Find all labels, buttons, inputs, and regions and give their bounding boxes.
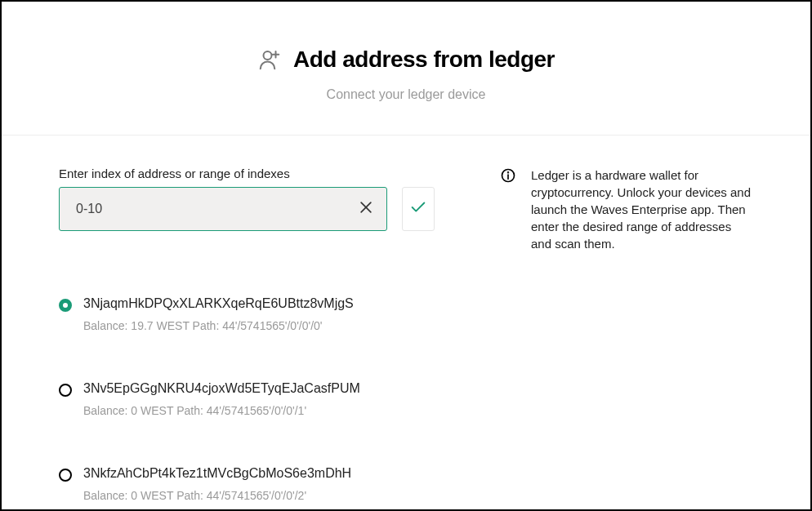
input-wrap [59,187,387,231]
info-row: Ledger is a hardware wallet for cryptocu… [500,167,753,252]
address-text: 3NkfzAhCbPt4kTez1tMVcBgCbMoS6e3mDhH [83,466,351,481]
user-plus-icon [257,47,282,72]
address-body: 3NkfzAhCbPt4kTez1tMVcBgCbMoS6e3mDhH Bala… [83,466,351,502]
check-icon [409,198,427,220]
right-column: Ledger is a hardware wallet for cryptocu… [500,167,753,511]
page-title: Add address from ledger [293,47,555,73]
info-text: Ledger is a hardware wallet for cryptocu… [531,167,753,252]
address-body: 3Nv5EpGGgNKRU4cjoxWd5ETyqEJaCasfPUM Bala… [83,381,360,417]
address-radio[interactable] [59,299,72,312]
header-title-row: Add address from ledger [2,47,810,73]
address-text: 3NjaqmHkDPQxXLARKXqeRqE6UBttz8vMjgS [83,296,354,311]
address-meta: Balance: 0 WEST Path: 44'/5741565'/0'/0'… [83,404,360,417]
address-list: 3NjaqmHkDPQxXLARKXqeRqE6UBttz8vMjgS Bala… [59,296,435,502]
address-body: 3NjaqmHkDPQxXLARKXqeRqE6UBttz8vMjgS Bala… [83,296,354,332]
close-icon [358,199,374,219]
info-icon [500,167,516,187]
input-row [59,187,435,231]
index-input[interactable] [59,187,387,231]
page-subtitle: Connect your ledger device [2,87,810,102]
confirm-button[interactable] [402,187,435,231]
left-column: Enter index of address or range of index… [59,167,435,511]
clear-input-button[interactable] [353,196,379,222]
svg-point-0 [264,51,272,60]
address-item[interactable]: 3NkfzAhCbPt4kTez1tMVcBgCbMoS6e3mDhH Bala… [59,466,435,502]
content-area: Enter index of address or range of index… [2,136,810,511]
address-radio[interactable] [59,384,72,397]
page-header: Add address from ledger Connect your led… [2,2,810,136]
index-input-label: Enter index of address or range of index… [59,167,435,180]
svg-point-7 [508,172,509,173]
address-text: 3Nv5EpGGgNKRU4cjoxWd5ETyqEJaCasfPUM [83,381,360,396]
address-item[interactable]: 3NjaqmHkDPQxXLARKXqeRqE6UBttz8vMjgS Bala… [59,296,435,332]
address-item[interactable]: 3Nv5EpGGgNKRU4cjoxWd5ETyqEJaCasfPUM Bala… [59,381,435,417]
address-meta: Balance: 19.7 WEST Path: 44'/5741565'/0'… [83,319,354,332]
address-meta: Balance: 0 WEST Path: 44'/5741565'/0'/0'… [83,489,351,502]
address-radio[interactable] [59,469,72,482]
